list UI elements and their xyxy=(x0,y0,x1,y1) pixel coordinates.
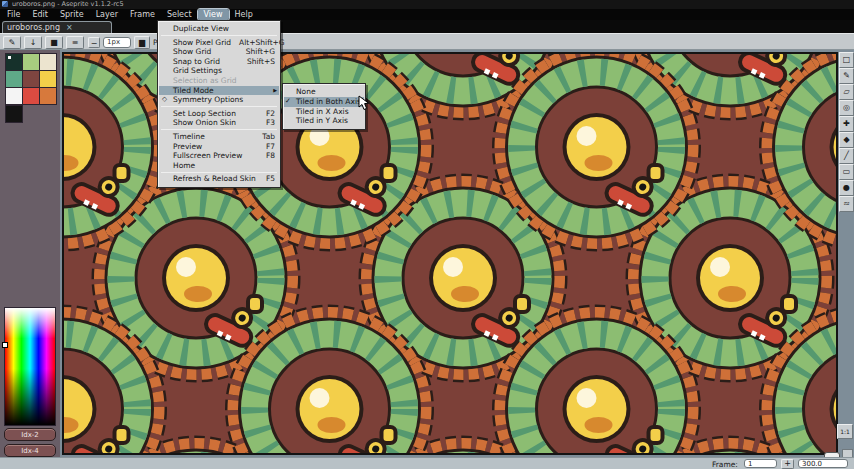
pencil-tool-icon[interactable]: ✎ xyxy=(839,68,854,84)
zoom-1-1-button[interactable]: 1:1 xyxy=(837,424,853,439)
palette-swatch[interactable] xyxy=(40,88,56,104)
jumble-tool-icon[interactable]: ≈ xyxy=(839,196,854,212)
move-tool-icon[interactable]: ✚ xyxy=(839,116,854,132)
rectangle-tool-icon[interactable]: ▭ xyxy=(839,164,854,180)
add-frame-button[interactable]: + xyxy=(781,459,794,469)
tab-uroboros[interactable]: uroboros.png × xyxy=(2,21,112,33)
contour-tool-icon[interactable]: ● xyxy=(839,180,854,196)
mouse-cursor xyxy=(358,95,371,115)
palette-swatch[interactable] xyxy=(23,88,39,104)
palette-swatch[interactable] xyxy=(23,71,39,87)
paint-bucket-tool-icon[interactable]: ◆ xyxy=(839,132,854,148)
palette-grid xyxy=(6,54,56,104)
menu-select[interactable]: Select xyxy=(161,9,198,20)
palette-swatch[interactable] xyxy=(23,54,39,70)
menu-item-tiled-mode[interactable]: Tiled Mode▶ xyxy=(159,86,279,96)
menu-view[interactable]: View xyxy=(198,9,229,20)
palette-swatch[interactable] xyxy=(40,54,56,70)
menu-item-snap-to-grid[interactable]: Snap to GridShift+S xyxy=(159,57,279,67)
menu-item-home[interactable]: Home xyxy=(159,161,279,171)
tab-bar: uroboros.png × xyxy=(0,20,854,33)
palette-swatch[interactable] xyxy=(40,71,56,87)
menu-bar: File Edit Sprite Layer Frame Select View… xyxy=(0,9,854,20)
status-bar: Frame: 1 + 300.0 xyxy=(0,457,854,469)
menu-item-set-loop-section[interactable]: Set Loop SectionF2 xyxy=(159,109,279,119)
left-panel: Idx-2 Idx-4 xyxy=(0,50,60,457)
frame-label: Frame: xyxy=(712,460,738,469)
menu-separator xyxy=(161,35,277,36)
background-color-button[interactable]: Idx-4 xyxy=(4,444,56,457)
menu-layer[interactable]: Layer xyxy=(90,9,124,20)
menu-item-show-pixel-grid[interactable]: Show Pixel GridAlt+Shift+G xyxy=(159,38,279,48)
menu-item-show-onion-skin[interactable]: Show Onion SkinF3 xyxy=(159,118,279,128)
palette-swatch[interactable] xyxy=(6,71,22,87)
submenu-item-tiled-x-axis[interactable]: Tiled in X Axis xyxy=(284,107,364,117)
frame-duration-input[interactable]: 300.0 xyxy=(798,459,848,468)
brush-stroke-button[interactable]: ↓ xyxy=(24,36,42,49)
menu-separator xyxy=(161,129,277,130)
brush-size-input[interactable]: 1px xyxy=(103,37,131,48)
frame-number-input[interactable]: 1 xyxy=(744,459,777,468)
menu-separator xyxy=(161,106,277,107)
check-icon: ✓ xyxy=(285,97,291,107)
app-icon xyxy=(2,1,8,7)
selected-color-marker xyxy=(8,56,11,59)
tab-label: uroboros.png xyxy=(7,23,60,32)
title-bar: uroboros.png - Aseprite v1.1.2-rc5 xyxy=(0,0,854,9)
brush-square-button[interactable]: ■ xyxy=(45,36,63,49)
menu-item-show-grid[interactable]: Show GridShift+G xyxy=(159,47,279,57)
tiled-mode-submenu: None ✓Tiled in Both Axis Tiled in X Axis… xyxy=(282,83,366,130)
menu-item-timeline[interactable]: TimelineTab xyxy=(159,132,279,142)
foreground-color-button[interactable]: Idx-2 xyxy=(4,428,56,441)
tab-close-icon[interactable]: × xyxy=(66,24,73,32)
palette-swatch[interactable] xyxy=(6,54,22,70)
menu-frame[interactable]: Frame xyxy=(124,9,161,20)
submenu-item-none[interactable]: None xyxy=(284,87,364,97)
palette-swatch[interactable] xyxy=(6,106,22,122)
brush-size-minus-button[interactable]: − xyxy=(88,37,100,48)
spectrum-marker[interactable] xyxy=(3,343,7,347)
palette-swatch[interactable] xyxy=(6,88,22,104)
zoom-tool-icon[interactable]: ◎ xyxy=(839,100,854,116)
context-bar: ✎ ↓ ■ ≡ − 1px ▆ Pixel-perfect xyxy=(0,33,854,50)
menu-sprite[interactable]: Sprite xyxy=(54,9,90,20)
menu-item-preview[interactable]: PreviewF7 xyxy=(159,142,279,152)
menu-item-symmetry-options[interactable]: ◇Symmetry Options xyxy=(159,95,279,105)
menu-item-duplicate-view[interactable]: Duplicate View xyxy=(159,24,279,34)
submenu-arrow-icon: ▶ xyxy=(273,86,277,96)
window-title: uroboros.png - Aseprite v1.1.2-rc5 xyxy=(12,0,124,9)
submenu-item-tiled-both-axis[interactable]: ✓Tiled in Both Axis xyxy=(284,97,364,107)
menu-item-grid-settings[interactable]: Grid Settings xyxy=(159,66,279,76)
menu-help[interactable]: Help xyxy=(229,9,259,20)
menu-separator xyxy=(161,172,277,173)
rectangular-marquee-tool-icon[interactable]: □ xyxy=(839,52,854,68)
color-spectrum-picker[interactable] xyxy=(5,308,55,425)
menu-edit[interactable]: Edit xyxy=(26,9,54,20)
submenu-item-tiled-y-axis[interactable]: Tiled in Y Axis xyxy=(284,116,364,126)
brush-lines-button[interactable]: ≡ xyxy=(66,36,84,49)
menu-item-fullscreen-preview[interactable]: Fullscreen PreviewF8 xyxy=(159,151,279,161)
menu-item-refresh-reload-skin[interactable]: Refresh & Reload SkinF5 xyxy=(159,174,279,184)
symmetry-icon: ◇ xyxy=(162,95,167,105)
menu-file[interactable]: File xyxy=(1,9,26,20)
eraser-tool-icon[interactable]: ▱ xyxy=(839,84,854,100)
ink-stamp-button[interactable]: ▆ xyxy=(134,36,150,49)
line-tool-icon[interactable]: ╱ xyxy=(839,148,854,164)
view-menu-dropdown: Duplicate View Show Pixel GridAlt+Shift+… xyxy=(157,20,281,188)
brush-pencil-button[interactable]: ✎ xyxy=(3,36,21,49)
menu-item-selection-as-grid: Selection as Grid xyxy=(159,76,279,86)
